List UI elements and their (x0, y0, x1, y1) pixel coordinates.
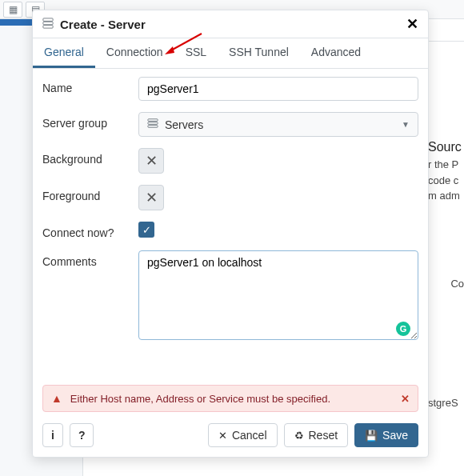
row-comments: Comments pgServer1 on localhost G (42, 250, 418, 342)
bg-right-heading: Sourc (428, 138, 464, 157)
row-foreground: Foreground ✕ (42, 185, 418, 210)
row-name: Name (42, 77, 418, 101)
label-name: Name (42, 77, 138, 94)
bg-right-line: m adm (428, 188, 464, 204)
bg-tool-grid-icon[interactable]: ▦ (3, 2, 22, 18)
background-color-button[interactable]: ✕ (138, 148, 164, 174)
cancel-button[interactable]: ✕ Cancel (208, 423, 278, 447)
check-icon: ✓ (142, 224, 151, 236)
foreground-color-button[interactable]: ✕ (138, 185, 164, 210)
row-connect-now: Connect now? ✓ (42, 222, 418, 239)
svg-rect-0 (43, 18, 53, 21)
server-group-value: Servers (165, 118, 203, 131)
alert-message: Either Host name, Address or Service mus… (70, 393, 330, 405)
chevron-down-icon: ▼ (402, 120, 410, 129)
clear-icon: ✕ (146, 152, 158, 170)
dialog-header: Create - Server ✕ (33, 10, 428, 38)
server-icon (42, 18, 54, 31)
save-label: Save (382, 429, 408, 442)
save-button[interactable]: 💾 Save (354, 423, 418, 447)
dialog-title: Create - Server (42, 18, 146, 31)
dialog-title-text: Create - Server (60, 18, 146, 31)
clear-icon: ✕ (146, 189, 158, 206)
tab-connection[interactable]: Connection (95, 38, 174, 68)
bg-right-bottom: stgreS (428, 395, 464, 411)
svg-rect-6 (148, 122, 158, 125)
info-button[interactable]: i (42, 423, 63, 447)
help-icon: ? (78, 429, 86, 442)
tab-ssh-tunnel[interactable]: SSH Tunnel (218, 38, 300, 68)
error-alert: ▲ Either Host name, Address or Service m… (42, 385, 418, 412)
tab-general[interactable]: General (33, 38, 95, 68)
row-server-group: Server group Servers ▼ (42, 112, 418, 137)
dialog-footer: ▲ Either Host name, Address or Service m… (33, 376, 428, 457)
svg-rect-1 (43, 22, 53, 25)
create-server-dialog: Create - Server ✕ General Connection SSL… (32, 10, 429, 458)
name-input[interactable] (138, 77, 418, 101)
grammarly-icon[interactable]: G (396, 322, 410, 336)
bg-right-col: Co (428, 276, 464, 292)
row-background: Background ✕ (42, 148, 418, 174)
bg-right-line: r the P (428, 157, 464, 173)
reset-button[interactable]: ♻ Reset (284, 423, 349, 447)
warning-icon: ▲ (51, 392, 62, 405)
bg-right-line: code c (428, 173, 464, 189)
connect-now-checkbox[interactable]: ✓ (138, 222, 154, 238)
close-icon: ✕ (218, 430, 227, 442)
help-button[interactable]: ? (70, 423, 94, 447)
recycle-icon: ♻ (294, 430, 304, 442)
svg-rect-2 (43, 25, 53, 28)
dialog-tabs: General Connection SSL SSH Tunnel Advanc… (33, 38, 428, 69)
label-background: Background (42, 148, 138, 166)
server-group-select[interactable]: Servers ▼ (138, 112, 418, 137)
bg-right-pane: Sourc r the P code c m adm Co stgreS (428, 42, 464, 411)
alert-close-icon[interactable]: ✕ (401, 393, 410, 405)
label-comments: Comments (42, 250, 138, 268)
svg-rect-5 (148, 119, 158, 122)
save-icon: 💾 (365, 430, 378, 442)
tab-advanced[interactable]: Advanced (300, 38, 372, 68)
reset-label: Reset (309, 429, 338, 442)
cancel-label: Cancel (232, 429, 267, 442)
svg-rect-7 (148, 126, 158, 128)
label-server-group: Server group (42, 112, 138, 130)
label-connect-now: Connect now? (42, 222, 138, 239)
tab-ssl[interactable]: SSL (174, 38, 218, 68)
close-icon[interactable]: ✕ (406, 17, 418, 31)
servers-icon (147, 118, 158, 131)
comments-textarea[interactable]: pgServer1 on localhost (138, 250, 418, 340)
info-icon: i (51, 429, 54, 442)
dialog-buttons: i ? ✕ Cancel ♻ Reset 💾 Save (42, 423, 418, 447)
label-foreground: Foreground (42, 185, 138, 202)
form-general: Name Server group Servers ▼ (33, 69, 428, 376)
